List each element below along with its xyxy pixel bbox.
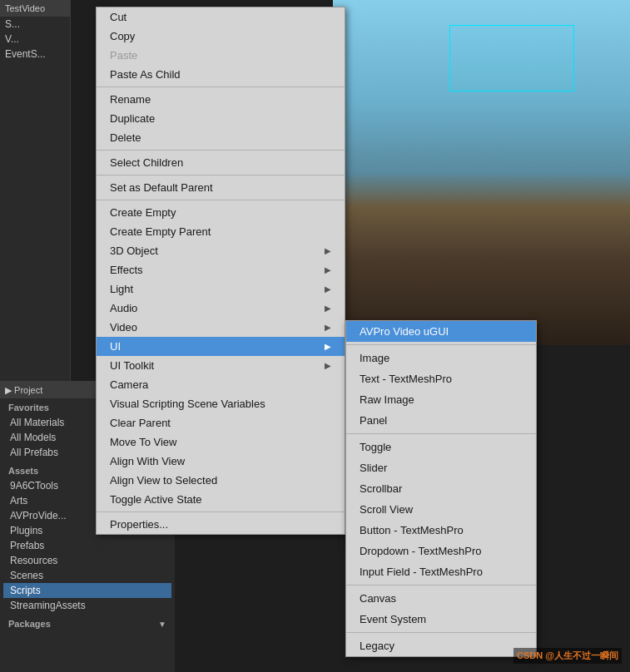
menu-item-label: Visual Scripting Scene Variables (110, 398, 265, 410)
submenu-item-label: Scrollbar (360, 482, 402, 495)
menu-item-label: Rename (110, 93, 151, 106)
menu-item-effects[interactable]: Effects▶ (97, 260, 345, 279)
submenu-arrow-icon: ▶ (325, 246, 331, 255)
submenu-item-toggle[interactable]: Toggle (346, 437, 536, 457)
menu-item-label: Create Empty Parent (110, 225, 211, 238)
submenu-item-label: Legacy (360, 640, 394, 652)
hierarchy-item[interactable]: S... (0, 17, 70, 32)
menu-item-label: Effects (110, 264, 143, 276)
menu-item-audio[interactable]: Audio▶ (97, 299, 345, 318)
packages-arrow: ▼ (158, 620, 166, 629)
menu-item-visual-scripting[interactable]: Visual Scripting Scene Variables (97, 394, 345, 413)
submenu-arrow-icon: ▶ (325, 342, 331, 351)
streamingassets-item[interactable]: StreamingAssets (3, 598, 171, 613)
menu-item-properties[interactable]: Properties... (97, 515, 345, 534)
menu-item-camera[interactable]: Camera (97, 375, 345, 394)
submenu-item-label: Event System (360, 613, 426, 625)
submenu-item-scrollbar[interactable]: Scrollbar (346, 478, 536, 499)
submenu-item-raw-image[interactable]: Raw Image (346, 389, 536, 410)
submenu-item-panel[interactable]: Panel (346, 410, 536, 431)
menu-item-select-children[interactable]: Select Children (97, 153, 345, 172)
menu-item-3d-object[interactable]: 3D Object▶ (97, 241, 345, 260)
hierarchy-item[interactable]: EventS... (0, 47, 70, 62)
submenu-item-text-textmeshpro[interactable]: Text - TextMeshPro (346, 368, 536, 389)
submenu-item-event-system[interactable]: Event System (346, 609, 536, 630)
prefabs-item[interactable]: Prefabs (3, 538, 171, 553)
menu-item-label: Align With View (110, 455, 185, 467)
submenu-item-label: Image (360, 352, 389, 364)
menu-item-video[interactable]: Video▶ (97, 318, 345, 337)
menu-item-label: Toggle Active State (110, 493, 202, 506)
submenu-item-image[interactable]: Image (346, 348, 536, 368)
project-tab[interactable]: ▶ Project (5, 385, 42, 396)
scripts-item[interactable]: Scripts (3, 583, 171, 598)
menu-item-label: Select Children (110, 156, 183, 169)
submenu-item-label: AVPro Video uGUI (360, 325, 449, 338)
hierarchy-item[interactable]: V... (0, 32, 70, 47)
submenu-separator (346, 433, 536, 434)
menu-item-label: Properties... (110, 518, 168, 531)
submenu-item-legacy[interactable]: Legacy (346, 635, 536, 656)
menu-item-label: Video (110, 321, 137, 334)
menu-item-label: Camera (110, 378, 148, 391)
submenu-item-dropdown-textmeshpro[interactable]: Dropdown - TextMeshPro (346, 541, 536, 561)
menu-item-label: Duplicate (110, 112, 155, 125)
submenu-separator (346, 344, 536, 345)
packages-title: Packages (8, 619, 51, 629)
menu-item-label: Audio (110, 302, 137, 314)
menu-item-label: Paste As Child (110, 68, 181, 81)
scene-ui-rect (449, 25, 574, 91)
menu-item-label: Light (110, 283, 133, 295)
submenu-item-label: Panel (360, 414, 387, 427)
menu-item-label: Copy (110, 30, 135, 42)
context-menu: CutCopyPastePaste As ChildRenameDuplicat… (96, 7, 345, 535)
submenu-item-label: Text - TextMeshPro (360, 373, 452, 385)
menu-item-clear-parent[interactable]: Clear Parent (97, 413, 345, 432)
menu-item-label: Delete (110, 131, 141, 144)
submenu-item-label: Input Field - TextMeshPro (360, 566, 483, 578)
submenu-item-slider[interactable]: Slider (346, 457, 536, 478)
menu-item-create-empty-parent[interactable]: Create Empty Parent (97, 222, 345, 241)
menu-item-label: Paste (110, 49, 137, 62)
menu-item-align-view-selected[interactable]: Align View to Selected (97, 471, 345, 490)
menu-item-label: Cut (110, 11, 126, 23)
menu-separator (97, 511, 345, 512)
submenu-arrow-icon: ▶ (325, 304, 331, 313)
submenu-item-canvas[interactable]: Canvas (346, 588, 536, 609)
menu-item-duplicate[interactable]: Duplicate (97, 109, 345, 128)
menu-item-label: Align View to Selected (110, 474, 217, 487)
menu-item-rename[interactable]: Rename (97, 90, 345, 109)
watermark: CSDN @人生不过一瞬间 (513, 648, 622, 664)
submenu-item-avpro-video-ugui[interactable]: AVPro Video uGUI (346, 321, 536, 342)
menu-item-label: Set as Default Parent (110, 181, 213, 194)
menu-item-delete[interactable]: Delete (97, 128, 345, 147)
submenu-item-label: Dropdown - TextMeshPro (360, 545, 481, 557)
menu-item-create-empty[interactable]: Create Empty (97, 203, 345, 222)
packages-section: Packages ▼ (3, 616, 171, 631)
menu-item-label: UI (110, 340, 121, 353)
menu-item-light[interactable]: Light▶ (97, 279, 345, 299)
resources-item[interactable]: Resources (3, 553, 171, 568)
menu-item-move-to-view[interactable]: Move To View (97, 432, 345, 452)
menu-separator (97, 200, 345, 200)
menu-item-align-with-view[interactable]: Align With View (97, 452, 345, 471)
menu-item-label: Clear Parent (110, 417, 171, 429)
submenu-item-button-textmeshpro[interactable]: Button - TextMeshPro (346, 520, 536, 541)
menu-item-copy[interactable]: Copy (97, 27, 345, 46)
menu-item-paste: Paste (97, 46, 345, 65)
submenu-item-label: Canvas (360, 592, 396, 605)
menu-item-set-default-parent[interactable]: Set as Default Parent (97, 178, 345, 197)
submenu-item-input-field-textmeshpro[interactable]: Input Field - TextMeshPro (346, 561, 536, 582)
menu-item-cut[interactable]: Cut (97, 7, 345, 27)
menu-item-toggle-active[interactable]: Toggle Active State (97, 490, 345, 509)
scenes-item[interactable]: Scenes (3, 568, 171, 583)
menu-item-label: 3D Object (110, 245, 158, 257)
submenu-item-scroll-view[interactable]: Scroll View (346, 499, 536, 520)
menu-item-ui[interactable]: UI▶ (97, 337, 345, 356)
submenu-item-label: Slider (360, 462, 387, 474)
menu-item-paste-as-child[interactable]: Paste As Child (97, 65, 345, 84)
menu-item-label: UI Toolkit (110, 359, 154, 372)
menu-item-ui-toolkit[interactable]: UI Toolkit▶ (97, 356, 345, 375)
menu-separator (97, 175, 345, 175)
menu-item-label: Create Empty (110, 206, 176, 219)
